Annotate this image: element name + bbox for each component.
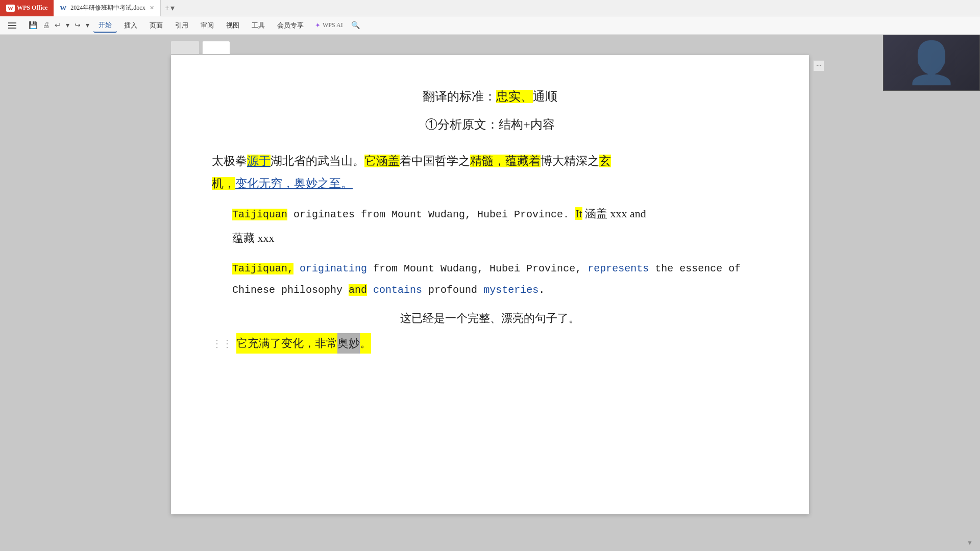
- chinese-para1-highlight4: 玄: [599, 155, 611, 167]
- eng-para3-blue4: mysteries: [483, 284, 538, 296]
- chinese-para1-end: 博大精深之: [541, 155, 599, 167]
- document-wrapper: 👤 ▲ ▼ ⋯ 翻译的标准：忠实、通顺: [0, 35, 980, 551]
- webcam-overlay: 👤: [883, 35, 980, 91]
- doc-tab[interactable]: W 2024年研修班期中考试.docx ✕: [54, 0, 160, 16]
- wps-logo-tab[interactable]: W WPS Office: [0, 0, 54, 16]
- title2-text: ①分析原文：结构+内容: [425, 118, 555, 131]
- title-line-2: ①分析原文：结构+内容: [212, 114, 768, 136]
- plus-icon: +: [165, 4, 169, 13]
- chevron-icon: ▾: [170, 3, 175, 13]
- toolbar-icons: 💾 🖨 ↩ ▾ ↪ ▾: [27, 20, 91, 31]
- chinese-paragraph-2: 机，变化无穷，奥妙之至。: [212, 172, 768, 195]
- page-right-btn[interactable]: ⋯: [813, 60, 824, 71]
- search-icon[interactable]: 🔍: [349, 20, 362, 31]
- wps-w-icon: W: [6, 5, 15, 12]
- hamburger-menu-button[interactable]: [4, 19, 20, 32]
- bottom-paragraph: ⋮⋮ 它充满了变化，非常奥妙。: [212, 333, 768, 354]
- note-text-1: 这已经是一个完整、漂亮的句子了。: [212, 308, 768, 329]
- page-tabs: [171, 41, 230, 54]
- content-area: 翻译的标准：忠实、通顺 ①分析原文：结构+内容 太极拳源于湖北省的武当山。它涵盖…: [212, 86, 768, 354]
- eng-para2-start: 蕴藏 xxx: [232, 232, 275, 244]
- close-doc-button[interactable]: ✕: [150, 5, 154, 11]
- bottom-highlight-text: 它充满了变化，非常: [236, 333, 337, 354]
- title1-text: 翻译的标准：: [423, 90, 496, 103]
- page-tab-1[interactable]: [171, 41, 199, 54]
- chinese-para1-before: 太极拳: [212, 155, 247, 167]
- chinese-para1-mid: 湖北省的武当山。: [271, 155, 364, 167]
- eng-para3-blue2: represents: [587, 263, 649, 274]
- english-paragraph-3: Taijiquan, originating from Mount Wudang…: [232, 257, 768, 300]
- menu-insert[interactable]: 插入: [119, 19, 142, 32]
- title-line-1: 翻译的标准：忠实、通顺: [212, 86, 768, 108]
- menu-home[interactable]: 开始: [93, 18, 117, 33]
- title1-highlight1: 忠实、: [496, 90, 533, 103]
- eng-para3-period: .: [538, 284, 545, 296]
- menu-review[interactable]: 审阅: [195, 19, 219, 32]
- print-icon[interactable]: 🖨: [40, 20, 52, 31]
- redo-dropdown-icon[interactable]: ▾: [84, 20, 91, 31]
- redo-icon[interactable]: ↪: [72, 20, 83, 31]
- wps-ai-button[interactable]: ✦ WPS AI: [311, 20, 347, 31]
- menu-bar: 💾 🖨 ↩ ▾ ↪ ▾ 开始 插入 页面 引用 审阅 视图 工具 会员专享 ✦ …: [0, 16, 980, 35]
- wps-office-label: WPS Office: [17, 4, 47, 12]
- webcam-video: 👤: [884, 35, 979, 90]
- chinese-para1-highlight3: 精髓，蕴藏着: [470, 155, 541, 167]
- menu-references[interactable]: 引用: [170, 19, 193, 32]
- english-paragraph-2: 蕴藏 xxx: [232, 228, 768, 249]
- new-tab-button[interactable]: + ▾: [161, 3, 179, 13]
- eng-para1-highlight2: It: [575, 207, 582, 220]
- menu-view[interactable]: 视图: [221, 19, 244, 32]
- eng-para3-blue1: originating: [293, 263, 367, 274]
- eng-para1-highlight1: Taijiquan: [232, 209, 287, 220]
- hamburger-line-3: [8, 28, 16, 29]
- chinese-para1-after: 着中国哲学之: [400, 155, 470, 167]
- chinese-para1-link: 源于: [247, 155, 271, 167]
- english-paragraph-1: Taijiquan originates from Mount Wudang, …: [232, 203, 768, 224]
- eng-para3-end: profound: [422, 284, 483, 296]
- chinese-para2-link: 变化无穷，奥妙之至。: [235, 177, 353, 190]
- menu-membership[interactable]: 会员专享: [272, 19, 309, 32]
- eng-para1-mid: originates from Mount Wudang, Hubei Prov…: [287, 209, 575, 220]
- menu-page[interactable]: 页面: [144, 19, 168, 32]
- hamburger-line-1: [8, 22, 16, 23]
- title-bar: W WPS Office W 2024年研修班期中考试.docx ✕ + ▾: [0, 0, 980, 16]
- page-right-controls: ⋯: [813, 60, 824, 71]
- doc-title: 2024年研修班期中考试.docx: [70, 4, 145, 12]
- undo-dropdown-icon[interactable]: ▾: [64, 20, 71, 31]
- eng-para3-blue3: contains: [367, 284, 422, 296]
- chinese-para2-highlight: 机，: [212, 177, 235, 190]
- eng-para3-highlight1: Taijiquan,: [232, 263, 293, 274]
- bottom-end-text: 。: [360, 333, 371, 354]
- document-page: ⋯ 翻译的标准：忠实、通顺 ①分析原文：结构+内容 太极拳源于湖北省的武当山。它…: [171, 55, 809, 514]
- eng-para3-highlight2: and: [349, 284, 367, 296]
- undo-icon[interactable]: ↩: [53, 20, 63, 31]
- menu-tools[interactable]: 工具: [247, 19, 270, 32]
- title1-rest: 通顺: [533, 90, 557, 103]
- eng-para3-mid: from Mount Wudang, Hubei Province,: [367, 263, 587, 274]
- hamburger-line-2: [8, 25, 16, 26]
- page-tab-2[interactable]: [202, 41, 230, 54]
- drag-handle-icon[interactable]: ⋮⋮: [212, 334, 232, 353]
- save-icon[interactable]: 💾: [27, 20, 39, 31]
- eng-para1-after: 涵盖 xxx and: [582, 207, 646, 220]
- wps-ai-label: WPS AI: [323, 21, 343, 29]
- page-nav-bottom: ▼: [967, 539, 973, 547]
- chinese-paragraph-1: 太极拳源于湖北省的武当山。它涵盖着中国哲学之精髓，蕴藏着博大精深之玄: [212, 150, 768, 172]
- note1-content: 这已经是一个完整、漂亮的句子了。: [400, 312, 580, 324]
- doc-icon: W: [60, 4, 66, 12]
- bottom-highlight2-text: 奥妙: [337, 333, 360, 354]
- wps-ai-logo-icon: ✦: [315, 21, 321, 30]
- chinese-para1-highlight2: 它涵盖: [364, 155, 400, 167]
